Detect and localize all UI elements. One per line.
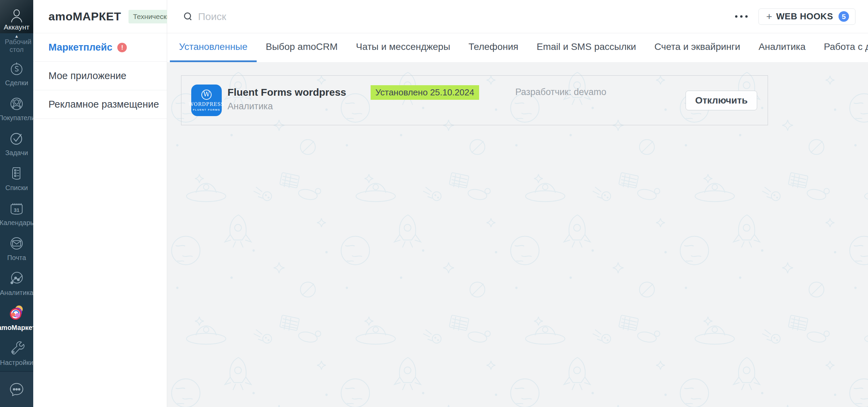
user-icon [8, 6, 25, 24]
rail-item-label: Почта [7, 254, 26, 262]
fluent-forms-wordmark: FLUENT FORMS [193, 108, 220, 111]
developer-label: Разработчик: devamo [515, 87, 607, 97]
tab-label: Работа с документами [824, 41, 868, 52]
webhooks-count-badge: 5 [839, 11, 849, 22]
search-input[interactable] [198, 11, 732, 22]
calendar-icon: 31 [8, 199, 25, 217]
rail-item-label: Рабочий стол [5, 38, 28, 54]
wordpress-app-icon: W WORDPRESS FLUENT FORMS [191, 85, 222, 116]
search-icon [183, 12, 193, 22]
sidebar-item-label: Рекламное размещение [48, 99, 159, 110]
tab-label: Счета и эквайринги [654, 41, 740, 52]
disconnect-button[interactable]: Отключить [686, 91, 757, 110]
dot [740, 15, 743, 18]
rail-item-label: Настройки [0, 359, 33, 367]
tab-label: Аналитика [758, 41, 806, 52]
rail-item-deals[interactable]: Сделки [0, 56, 33, 91]
app-title: Fluent Forms wordpress [228, 87, 371, 98]
rail-item-label: Сделки [5, 79, 28, 87]
tab-bar: Установленные Выбор amoCRM Чаты и мессен… [167, 33, 868, 62]
content-area: W WORDPRESS FLUENT FORMS Fluent Forms wo… [167, 62, 868, 407]
tab-chats-messengers[interactable]: Чаты и мессенджеры [347, 33, 459, 62]
main-area: + WEB HOOKS 5 Установленные Выбор amoCRM… [167, 0, 868, 407]
rail-item-label: Аккаунт [4, 23, 29, 31]
header-more-button[interactable] [732, 11, 751, 22]
page-title: amoМАРКЕТ [48, 10, 121, 23]
deals-dollar-icon [8, 59, 25, 77]
webhooks-label: WEB HOOKS [776, 11, 833, 22]
dot [745, 15, 748, 18]
mail-icon [8, 234, 25, 252]
tab-label: Email и SMS рассылки [537, 41, 636, 52]
rail-item-label: Календарь [0, 219, 34, 227]
tab-label: Выбор amoCRM [266, 41, 338, 52]
tab-documents[interactable]: Работа с документами [815, 33, 868, 62]
wrench-icon [8, 339, 25, 357]
wordpress-w-logo: W [201, 90, 212, 100]
tab-installed[interactable]: Установленные [170, 33, 257, 62]
buyers-icon [8, 94, 25, 112]
rail-item-mail[interactable]: Почта [0, 230, 33, 265]
rail-item-calendar[interactable]: 31 Календарь [0, 196, 33, 230]
sidebar-item-label: Маркетплейс [48, 42, 112, 53]
installed-status-badge: Установлено 25.10.2024 [371, 85, 479, 100]
rail-item-tasks[interactable]: Задачи [0, 126, 33, 161]
tab-label: Телефония [469, 41, 518, 52]
tab-invoices-acquiring[interactable]: Счета и эквайринги [645, 33, 749, 62]
rail-item-analytics[interactable]: Аналитика [0, 265, 33, 300]
tab-amocrm-choice[interactable]: Выбор amoCRM [257, 33, 347, 62]
webhooks-button[interactable]: + WEB HOOKS 5 [758, 8, 855, 25]
topbar: + WEB HOOKS 5 [167, 0, 868, 33]
amomarket-logo-icon [8, 304, 25, 322]
rail-item-buyers[interactable]: Покупатели [0, 91, 33, 126]
sidebar-item-marketplace[interactable]: Маркетплейс ! [33, 33, 167, 62]
installed-app-card: W WORDPRESS FLUENT FORMS Fluent Forms wo… [181, 75, 768, 125]
check-circle-icon [8, 129, 25, 147]
rail-item-desktop[interactable]: ▲ Рабочий стол [0, 33, 33, 56]
plus-icon: + [766, 11, 772, 22]
rail-item-lists[interactable]: Списки [0, 161, 33, 196]
calendar-day: 31 [14, 207, 20, 213]
rail-item-settings[interactable]: Настройки [0, 335, 33, 370]
sidebar-item-label: Мое приложение [48, 70, 126, 81]
search-bar [183, 11, 732, 22]
sidebar-header: amoМАРКЕТ Технический аккаунт [33, 0, 167, 33]
tab-email-sms[interactable]: Email и SMS рассылки [528, 33, 645, 62]
tab-analytics[interactable]: Аналитика [749, 33, 815, 62]
list-icon [8, 164, 25, 182]
app-category: Аналитика [228, 101, 371, 112]
chart-icon [8, 269, 25, 287]
tab-label: Установленные [179, 41, 248, 52]
wordpress-wordmark: WORDPRESS [189, 101, 224, 107]
sidebar-item-my-app[interactable]: Мое приложение [33, 62, 167, 90]
sidebar: amoМАРКЕТ Технический аккаунт Маркетплей… [33, 0, 167, 407]
nav-rail: Аккаунт ▲ Рабочий стол Сделки [0, 0, 33, 407]
sidebar-item-ad-placement[interactable]: Рекламное размещение [33, 90, 167, 119]
tab-label: Чаты и мессенджеры [356, 41, 450, 52]
chat-dots-icon [8, 381, 25, 398]
collapse-arrow-icon: ▲ [15, 35, 19, 38]
tab-telephony[interactable]: Телефония [459, 33, 528, 62]
rail-item-amomarket[interactable]: amoМаркет [0, 300, 33, 335]
account-avatar[interactable]: Аккаунт [0, 0, 33, 33]
rail-item-label: Списки [5, 184, 28, 192]
rail-item-label: Покупатели [0, 114, 35, 122]
rail-item-label: Аналитика [0, 289, 34, 297]
alert-badge: ! [117, 43, 127, 52]
rail-item-label: amoМаркет [0, 324, 36, 332]
dot [735, 15, 737, 18]
app-info: Fluent Forms wordpress Аналитика [228, 87, 371, 112]
chat-support-button[interactable] [0, 371, 33, 407]
rail-item-label: Задачи [5, 149, 28, 157]
app-window: Аккаунт ▲ Рабочий стол Сделки [0, 0, 868, 407]
